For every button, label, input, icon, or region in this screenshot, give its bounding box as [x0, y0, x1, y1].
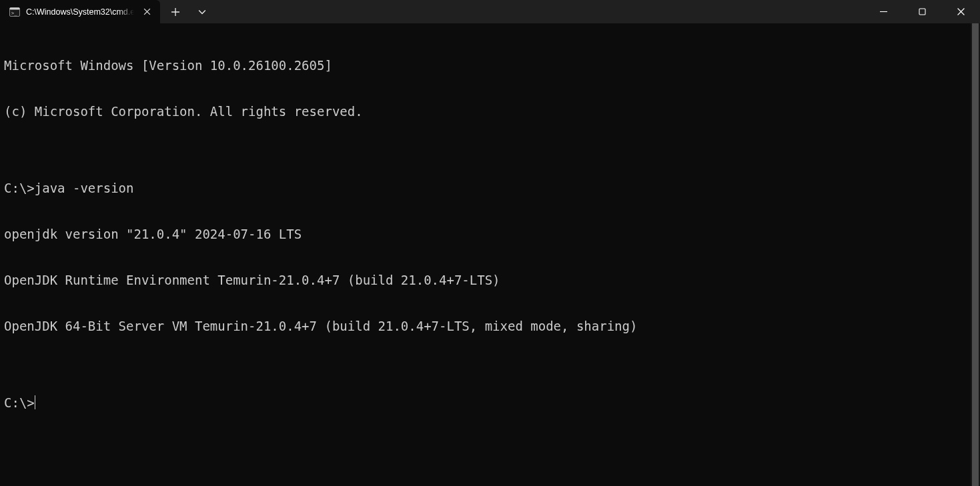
cursor	[35, 395, 36, 409]
vertical-scrollbar[interactable]	[971, 23, 980, 486]
window-close-button[interactable]	[941, 0, 980, 23]
cmd-icon: >_	[9, 7, 20, 17]
svg-rect-1	[10, 7, 20, 9]
tab-title: C:\Windows\System32\cmd.exe	[26, 7, 134, 17]
output-line: Microsoft Windows [Version 10.0.26100.26…	[4, 58, 980, 73]
scrollbar-thumb[interactable]	[972, 23, 979, 486]
svg-text:>_: >_	[11, 11, 17, 16]
titlebar: >_ C:\Windows\System32\cmd.exe	[0, 0, 980, 23]
svg-rect-3	[919, 9, 925, 15]
window-controls	[864, 0, 980, 23]
output-line: OpenJDK Runtime Environment Temurin-21.0…	[4, 273, 980, 288]
tab-cmd[interactable]: >_ C:\Windows\System32\cmd.exe	[0, 0, 160, 23]
terminal-output[interactable]: Microsoft Windows [Version 10.0.26100.26…	[0, 23, 980, 486]
output-line: (c) Microsoft Corporation. All rights re…	[4, 104, 980, 119]
tab-dropdown-button[interactable]	[190, 0, 214, 23]
new-tab-button[interactable]	[160, 0, 190, 23]
output-line: C:\>java -version	[4, 181, 980, 196]
titlebar-drag-area[interactable]	[214, 0, 864, 23]
minimize-button[interactable]	[864, 0, 903, 23]
tab-strip: >_ C:\Windows\System32\cmd.exe	[0, 0, 214, 23]
prompt-line: C:\>	[4, 395, 980, 411]
output-line: OpenJDK 64-Bit Server VM Temurin-21.0.4+…	[4, 319, 980, 334]
tab-close-button[interactable]	[140, 5, 153, 19]
prompt-text: C:\>	[4, 395, 35, 411]
output-line: openjdk version "21.0.4" 2024-07-16 LTS	[4, 227, 980, 242]
maximize-button[interactable]	[903, 0, 941, 23]
